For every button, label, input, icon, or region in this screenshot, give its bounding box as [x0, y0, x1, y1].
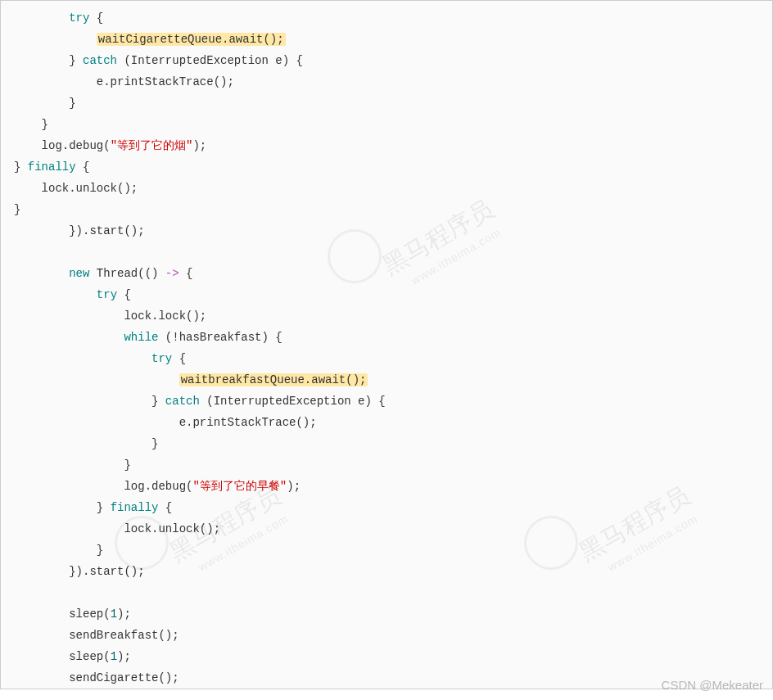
num-sleep1: 1	[111, 607, 117, 621]
string-breakfast-msg: "等到了它的早餐"	[192, 480, 287, 493]
highlight-cigarette: waitCigaretteQueue.await();	[97, 33, 286, 46]
num-sleep2: 1	[111, 650, 117, 663]
arrow-op: ->	[165, 267, 179, 280]
kw-new: new	[69, 267, 89, 280]
highlight-breakfast: waitbreakfastQueue.await();	[179, 373, 368, 386]
code-block: try { waitCigaretteQueue.await(); } catc…	[0, 0, 773, 689]
code-pre: try { waitCigaretteQueue.await(); } catc…	[14, 7, 772, 689]
string-cigarette-msg: "等到了它的烟"	[111, 139, 193, 152]
